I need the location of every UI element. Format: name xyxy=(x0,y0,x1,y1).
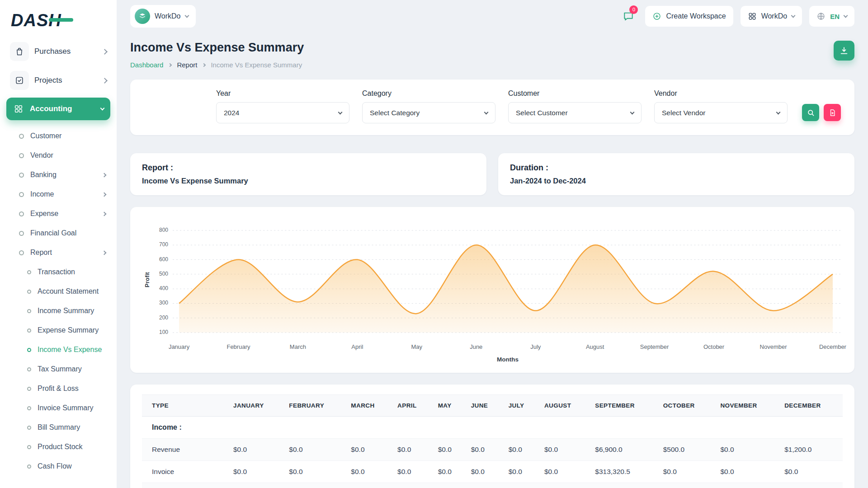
dot-icon xyxy=(19,211,24,216)
dot-icon xyxy=(19,173,24,178)
sidebar-item-expense[interactable]: Expense xyxy=(6,204,110,223)
chevron-down-icon xyxy=(484,110,489,114)
x-tick-label: November xyxy=(760,343,787,350)
sidebar-item-profit-loss[interactable]: Profit & Loss xyxy=(6,379,110,398)
chevron-right-icon xyxy=(168,63,172,66)
app-logo[interactable]: DASH xyxy=(6,8,110,40)
sidebar-item-income-vs-expense[interactable]: Income Vs Expense xyxy=(6,340,110,359)
reset-icon xyxy=(828,108,837,117)
sidebar-item-invoice-summary[interactable]: Invoice Summary xyxy=(6,399,110,418)
row-type: Invoice xyxy=(142,461,228,483)
breadcrumb-report[interactable]: Report xyxy=(177,61,197,69)
sidebar-item-label: Vendor xyxy=(30,151,106,160)
cell-value: $0.0 xyxy=(715,439,779,461)
sidebar-item-financial-goal[interactable]: Financial Goal xyxy=(6,224,110,243)
sidebar-item-cash-flow[interactable]: Cash Flow xyxy=(6,457,110,476)
dot-icon xyxy=(19,192,24,197)
report-card-value: Income Vs Expense Summary xyxy=(142,177,475,185)
cell-value: $0.0 xyxy=(228,439,283,461)
sidebar-item-purchases[interactable]: Purchases xyxy=(6,40,110,63)
workspace-selector[interactable]: WorkDo xyxy=(130,5,196,28)
workspace-icon xyxy=(135,9,150,24)
plus-circle-icon xyxy=(652,12,661,21)
sidebar-item-label: Invoice Summary xyxy=(38,404,106,412)
customer-select[interactable]: Select Customer xyxy=(508,102,642,123)
column-header: AUGUST xyxy=(539,395,590,417)
year-select[interactable]: 2024 xyxy=(216,102,349,123)
reset-button[interactable] xyxy=(824,104,841,121)
x-tick-label: August xyxy=(586,343,604,350)
table-row: Revenue$0.0$0.0$0.0$0.0$0.0$0.0$0.0$0.0$… xyxy=(142,439,843,461)
category-select[interactable]: Select Category xyxy=(362,102,495,123)
sidebar-item-bill-summary[interactable]: Bill Summary xyxy=(6,418,110,437)
sidebar-item-product-stock[interactable]: Product Stock xyxy=(6,437,110,456)
dot-icon xyxy=(27,367,31,371)
chevron-right-icon xyxy=(102,78,108,84)
sidebar-item-transaction[interactable]: Transaction xyxy=(6,263,110,282)
sidebar-item-expense-summary[interactable]: Expense Summary xyxy=(6,321,110,340)
sidebar-item-projects[interactable]: Projects xyxy=(6,69,110,92)
sidebar-item-label: Projects xyxy=(34,76,97,85)
language-selector[interactable]: EN xyxy=(809,6,854,27)
dot-icon xyxy=(19,231,24,236)
chart-area: Profit 100200300400500600700800 JanuaryF… xyxy=(142,219,843,352)
create-workspace-button[interactable]: Create Workspace xyxy=(645,6,733,27)
cell-value: $0.0 xyxy=(228,461,283,483)
cell-value: $0.0 xyxy=(779,461,843,483)
sidebar-item-label: Expense xyxy=(30,210,96,218)
breadcrumb-dashboard[interactable]: Dashboard xyxy=(130,61,163,69)
sidebar-item-label: Product Stock xyxy=(38,443,106,451)
chevron-down-icon xyxy=(776,110,781,114)
column-header: DECEMBER xyxy=(779,395,843,417)
sidebar-item-label: Profit & Loss xyxy=(38,385,106,393)
cell-value: $0.0 xyxy=(433,439,466,461)
table-section-row: Expense : xyxy=(142,483,843,488)
dot-icon xyxy=(19,250,24,255)
sidebar-item-label: Income Summary xyxy=(38,307,106,315)
sidebar-item-report[interactable]: Report xyxy=(6,243,110,262)
sidebar-item-income-summary[interactable]: Income Summary xyxy=(6,301,110,320)
dot-icon xyxy=(27,270,31,274)
year-value: 2024 xyxy=(224,109,239,117)
cell-value: $6,900.0 xyxy=(590,439,657,461)
sidebar-item-label: Expense Summary xyxy=(38,326,106,334)
sidebar-item-income[interactable]: Income xyxy=(6,185,110,204)
workspace-name: WorkDo xyxy=(155,12,181,20)
create-workspace-label: Create Workspace xyxy=(666,12,726,20)
sidebar-item-label: Banking xyxy=(30,171,96,179)
sidebar-item-account-statement[interactable]: Account Statement xyxy=(6,282,110,301)
sidebar-item-label: Report xyxy=(30,249,96,257)
column-header: TYPE xyxy=(142,395,228,417)
cell-value: $0.0 xyxy=(345,461,392,483)
dot-icon xyxy=(27,445,31,449)
sidebar-nav: PurchasesProjects Accounting CustomerVen… xyxy=(6,40,110,476)
sidebar-item-tax-summary[interactable]: Tax Summary xyxy=(6,360,110,379)
dot-icon xyxy=(27,426,31,430)
column-header: NOVEMBER xyxy=(715,395,779,417)
sidebar-item-vendor[interactable]: Vendor xyxy=(6,146,110,165)
x-tick-label: December xyxy=(819,343,846,350)
x-tick-label: January xyxy=(169,343,189,350)
column-header: JULY xyxy=(503,395,539,417)
sidebar-item-label: Financial Goal xyxy=(30,229,106,237)
sidebar-item-label: Transaction xyxy=(38,268,106,276)
vendor-select[interactable]: Select Vendor xyxy=(654,102,788,123)
sidebar-item-accounting[interactable]: Accounting xyxy=(6,98,110,120)
y-tick-label: 500 xyxy=(159,271,168,277)
y-tick-label: 800 xyxy=(159,227,168,233)
breadcrumb: Dashboard Report Income Vs Expense Summa… xyxy=(130,61,304,69)
sidebar-item-customer[interactable]: Customer xyxy=(6,127,110,145)
workdo-menu[interactable]: WorkDo xyxy=(741,6,802,27)
category-label: Category xyxy=(362,89,495,98)
column-header: MARCH xyxy=(345,395,392,417)
category-field: Category Select Category xyxy=(362,89,495,123)
sidebar-item-banking[interactable]: Banking xyxy=(6,165,110,184)
download-button[interactable] xyxy=(834,41,854,61)
cell-value: $500.0 xyxy=(658,439,715,461)
customer-field: Customer Select Customer xyxy=(508,89,642,123)
column-header: FEBRUARY xyxy=(283,395,345,417)
search-button[interactable] xyxy=(802,104,819,121)
language-label: EN xyxy=(830,13,840,20)
messages-button[interactable]: 0 xyxy=(619,7,638,25)
cell-value: $0.0 xyxy=(539,439,590,461)
